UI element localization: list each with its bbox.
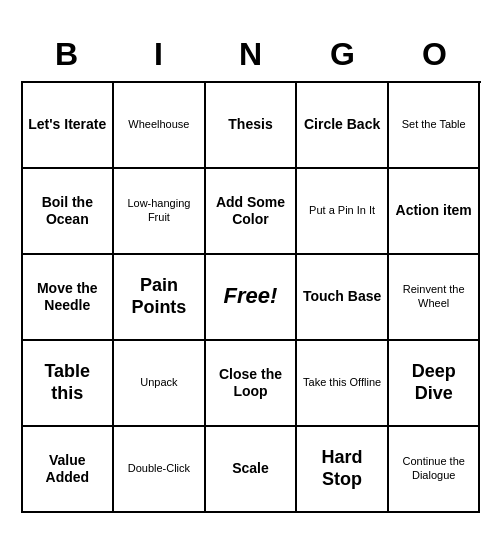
- cell-text: Continue the Dialogue: [393, 455, 475, 481]
- bingo-cell: Thesis: [206, 83, 298, 169]
- cell-text: Double-Click: [128, 462, 190, 475]
- bingo-cell: Action item: [389, 169, 481, 255]
- cell-text: Scale: [232, 460, 269, 477]
- cell-text: Deep Dive: [393, 361, 475, 404]
- bingo-grid: Let's IterateWheelhouseThesisCircle Back…: [21, 81, 481, 513]
- bingo-cell: Deep Dive: [389, 341, 481, 427]
- bingo-cell: Low-hanging Fruit: [114, 169, 206, 255]
- header-letter: I: [113, 32, 205, 77]
- bingo-cell: Circle Back: [297, 83, 389, 169]
- cell-text: Low-hanging Fruit: [118, 197, 200, 223]
- bingo-cell: Touch Base: [297, 255, 389, 341]
- cell-text: Action item: [396, 202, 472, 219]
- header-letter: G: [297, 32, 389, 77]
- cell-text: Wheelhouse: [128, 118, 189, 131]
- cell-text: Thesis: [228, 116, 272, 133]
- cell-text: Free!: [224, 283, 278, 309]
- bingo-cell: Boil the Ocean: [23, 169, 115, 255]
- cell-text: Close the Loop: [210, 366, 292, 400]
- bingo-header: BINGO: [21, 32, 481, 77]
- bingo-cell: Put a Pin In It: [297, 169, 389, 255]
- bingo-cell: Hard Stop: [297, 427, 389, 513]
- bingo-cell: Reinvent the Wheel: [389, 255, 481, 341]
- cell-text: Add Some Color: [210, 194, 292, 228]
- bingo-cell: Take this Offline: [297, 341, 389, 427]
- cell-text: Pain Points: [118, 275, 200, 318]
- cell-text: Touch Base: [303, 288, 381, 305]
- cell-text: Hard Stop: [301, 447, 383, 490]
- bingo-cell: Let's Iterate: [23, 83, 115, 169]
- bingo-cell: Pain Points: [114, 255, 206, 341]
- bingo-cell: Scale: [206, 427, 298, 513]
- bingo-cell: Double-Click: [114, 427, 206, 513]
- bingo-cell: Free!: [206, 255, 298, 341]
- cell-text: Circle Back: [304, 116, 380, 133]
- cell-text: Boil the Ocean: [27, 194, 109, 228]
- cell-text: Set the Table: [402, 118, 466, 131]
- bingo-card: BINGO Let's IterateWheelhouseThesisCircl…: [11, 22, 491, 523]
- bingo-cell: Wheelhouse: [114, 83, 206, 169]
- cell-text: Let's Iterate: [28, 116, 106, 133]
- header-letter: O: [389, 32, 481, 77]
- cell-text: Take this Offline: [303, 376, 381, 389]
- header-letter: N: [205, 32, 297, 77]
- cell-text: Unpack: [140, 376, 177, 389]
- cell-text: Value Added: [27, 452, 109, 486]
- cell-text: Table this: [27, 361, 109, 404]
- bingo-cell: Continue the Dialogue: [389, 427, 481, 513]
- header-letter: B: [21, 32, 113, 77]
- bingo-cell: Move the Needle: [23, 255, 115, 341]
- cell-text: Move the Needle: [27, 280, 109, 314]
- bingo-cell: Unpack: [114, 341, 206, 427]
- cell-text: Put a Pin In It: [309, 204, 375, 217]
- bingo-cell: Add Some Color: [206, 169, 298, 255]
- cell-text: Reinvent the Wheel: [393, 283, 475, 309]
- bingo-cell: Table this: [23, 341, 115, 427]
- bingo-cell: Value Added: [23, 427, 115, 513]
- bingo-cell: Close the Loop: [206, 341, 298, 427]
- bingo-cell: Set the Table: [389, 83, 481, 169]
